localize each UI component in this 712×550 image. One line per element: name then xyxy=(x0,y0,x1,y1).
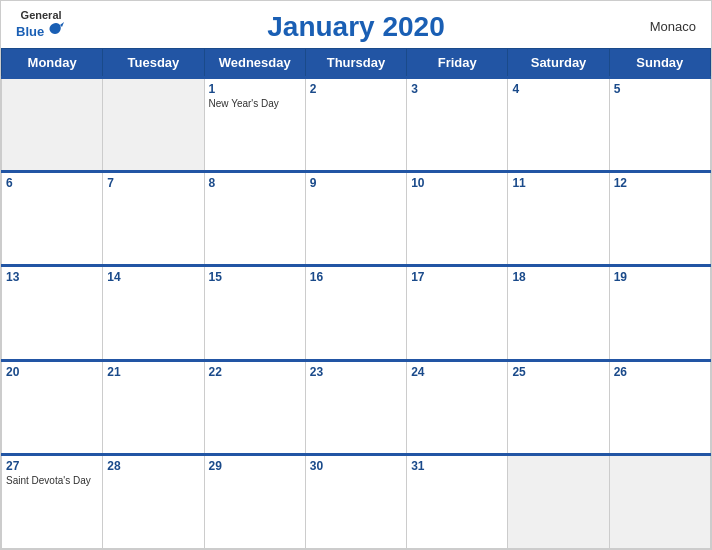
logo-blue: Blue xyxy=(16,24,44,39)
calendar-day-cell xyxy=(609,454,710,548)
calendar-week-row: 13141516171819 xyxy=(2,266,711,360)
calendar-day-cell: 27Saint Devota's Day xyxy=(2,454,103,548)
day-number: 21 xyxy=(107,365,199,379)
calendar-day-cell: 11 xyxy=(508,172,609,266)
calendar: General Blue January 2020 Monaco Monday … xyxy=(0,0,712,550)
day-event: New Year's Day xyxy=(209,98,301,109)
weekday-monday: Monday xyxy=(2,49,103,78)
calendar-day-cell xyxy=(103,78,204,172)
calendar-day-cell: 15 xyxy=(204,266,305,360)
calendar-day-cell: 25 xyxy=(508,360,609,454)
calendar-title: January 2020 xyxy=(267,11,444,43)
calendar-day-cell: 29 xyxy=(204,454,305,548)
weekday-tuesday: Tuesday xyxy=(103,49,204,78)
calendar-day-cell: 28 xyxy=(103,454,204,548)
calendar-day-cell: 22 xyxy=(204,360,305,454)
calendar-day-cell: 30 xyxy=(305,454,406,548)
weekday-header-row: Monday Tuesday Wednesday Thursday Friday… xyxy=(2,49,711,78)
day-number: 26 xyxy=(614,365,706,379)
day-number: 2 xyxy=(310,82,402,96)
calendar-day-cell: 7 xyxy=(103,172,204,266)
calendar-day-cell: 6 xyxy=(2,172,103,266)
calendar-header: General Blue January 2020 Monaco xyxy=(1,1,711,48)
day-number: 15 xyxy=(209,270,301,284)
day-number: 1 xyxy=(209,82,301,96)
day-number: 27 xyxy=(6,459,98,473)
calendar-grid: Monday Tuesday Wednesday Thursday Friday… xyxy=(1,48,711,549)
calendar-day-cell: 4 xyxy=(508,78,609,172)
day-number: 14 xyxy=(107,270,199,284)
calendar-day-cell: 19 xyxy=(609,266,710,360)
day-number: 3 xyxy=(411,82,503,96)
day-number: 6 xyxy=(6,176,98,190)
calendar-day-cell: 5 xyxy=(609,78,710,172)
day-number: 23 xyxy=(310,365,402,379)
calendar-day-cell: 21 xyxy=(103,360,204,454)
day-number: 7 xyxy=(107,176,199,190)
weekday-thursday: Thursday xyxy=(305,49,406,78)
weekday-sunday: Sunday xyxy=(609,49,710,78)
calendar-day-cell: 9 xyxy=(305,172,406,266)
calendar-day-cell: 8 xyxy=(204,172,305,266)
calendar-week-row: 1New Year's Day2345 xyxy=(2,78,711,172)
calendar-day-cell: 17 xyxy=(407,266,508,360)
day-number: 20 xyxy=(6,365,98,379)
calendar-week-row: 6789101112 xyxy=(2,172,711,266)
day-number: 9 xyxy=(310,176,402,190)
calendar-week-row: 20212223242526 xyxy=(2,360,711,454)
calendar-day-cell: 26 xyxy=(609,360,710,454)
calendar-week-row: 27Saint Devota's Day28293031 xyxy=(2,454,711,548)
day-number: 25 xyxy=(512,365,604,379)
day-number: 31 xyxy=(411,459,503,473)
weekday-saturday: Saturday xyxy=(508,49,609,78)
calendar-day-cell: 23 xyxy=(305,360,406,454)
day-number: 17 xyxy=(411,270,503,284)
weekday-wednesday: Wednesday xyxy=(204,49,305,78)
calendar-day-cell: 20 xyxy=(2,360,103,454)
calendar-day-cell: 31 xyxy=(407,454,508,548)
day-number: 19 xyxy=(614,270,706,284)
calendar-day-cell: 14 xyxy=(103,266,204,360)
day-number: 5 xyxy=(614,82,706,96)
day-number: 29 xyxy=(209,459,301,473)
calendar-day-cell: 12 xyxy=(609,172,710,266)
calendar-day-cell xyxy=(508,454,609,548)
logo-bird-icon xyxy=(46,21,66,41)
calendar-day-cell: 1New Year's Day xyxy=(204,78,305,172)
calendar-day-cell xyxy=(2,78,103,172)
day-number: 28 xyxy=(107,459,199,473)
day-number: 22 xyxy=(209,365,301,379)
calendar-country: Monaco xyxy=(650,19,696,34)
day-number: 13 xyxy=(6,270,98,284)
day-number: 4 xyxy=(512,82,604,96)
day-number: 8 xyxy=(209,176,301,190)
calendar-day-cell: 2 xyxy=(305,78,406,172)
logo: General Blue xyxy=(16,9,66,41)
calendar-day-cell: 13 xyxy=(2,266,103,360)
logo-general: General xyxy=(21,9,62,21)
day-number: 24 xyxy=(411,365,503,379)
day-number: 30 xyxy=(310,459,402,473)
calendar-day-cell: 16 xyxy=(305,266,406,360)
day-event: Saint Devota's Day xyxy=(6,475,98,486)
calendar-day-cell: 24 xyxy=(407,360,508,454)
day-number: 11 xyxy=(512,176,604,190)
day-number: 18 xyxy=(512,270,604,284)
calendar-day-cell: 10 xyxy=(407,172,508,266)
weekday-friday: Friday xyxy=(407,49,508,78)
day-number: 12 xyxy=(614,176,706,190)
calendar-day-cell: 3 xyxy=(407,78,508,172)
calendar-day-cell: 18 xyxy=(508,266,609,360)
day-number: 16 xyxy=(310,270,402,284)
day-number: 10 xyxy=(411,176,503,190)
